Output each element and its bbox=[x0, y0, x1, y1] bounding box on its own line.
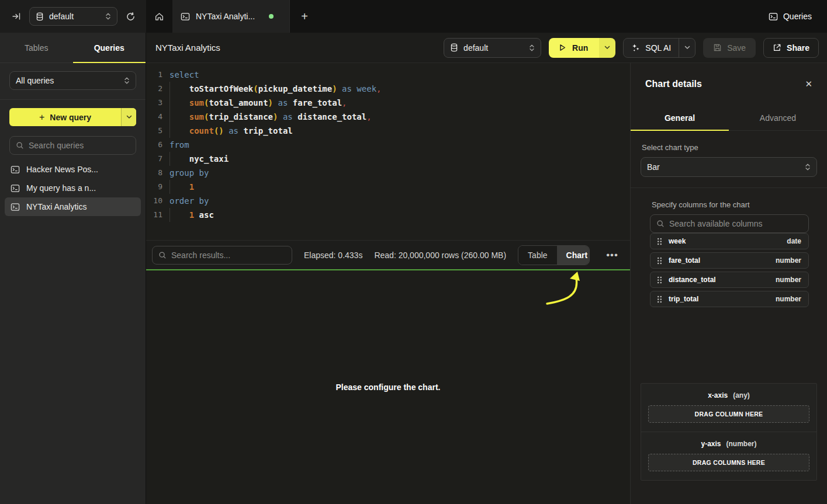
new-tab-button[interactable]: + bbox=[290, 0, 319, 33]
results-search-box[interactable] bbox=[152, 246, 292, 265]
run-database-selector[interactable]: default bbox=[444, 38, 541, 58]
column-name: trip_total bbox=[669, 295, 698, 303]
new-query-button[interactable]: + New query bbox=[9, 108, 136, 126]
tab-advanced[interactable]: Advanced bbox=[729, 105, 827, 130]
new-query-dropdown[interactable] bbox=[121, 108, 136, 126]
code-line[interactable]: 1select bbox=[146, 68, 630, 82]
sidebar-tab-tables[interactable]: Tables bbox=[0, 33, 73, 62]
line-code: sum(total_amount) as fare_total, bbox=[169, 96, 347, 110]
chart-type-value: Bar bbox=[647, 162, 660, 172]
results-search-input[interactable] bbox=[171, 251, 286, 260]
query-filter-select[interactable]: All queries bbox=[9, 71, 136, 90]
view-toggle-chart[interactable]: Chart bbox=[557, 246, 590, 265]
topbar-left: default bbox=[0, 0, 146, 33]
queries-button-label: Queries bbox=[783, 12, 812, 21]
axes-config-box: x-axis (any) DRAG COLUMN HERE y-axis (nu… bbox=[641, 383, 817, 481]
columns-section: Specify columns for the chart week bbox=[650, 188, 809, 310]
new-query-main[interactable]: + New query bbox=[9, 108, 121, 126]
query-list-item[interactable]: Hacker News Pos... bbox=[5, 160, 141, 179]
chart-details-header: Chart details ✕ bbox=[631, 63, 827, 105]
query-search-input[interactable] bbox=[29, 141, 130, 150]
query-search-box[interactable] bbox=[9, 136, 136, 155]
sql-token bbox=[337, 84, 342, 93]
tab-nytaxi-analytics[interactable]: NYTaxi Analyti... bbox=[173, 0, 290, 33]
code-line[interactable]: 9 1 bbox=[146, 180, 630, 194]
more-options-button[interactable]: ••• bbox=[601, 249, 623, 261]
main-header: NYTaxi Analytics default Run bbox=[146, 33, 827, 63]
close-icon[interactable]: ✕ bbox=[805, 79, 812, 89]
code-line[interactable]: 7 nyc_taxi bbox=[146, 152, 630, 166]
drag-handle-icon bbox=[657, 276, 662, 284]
sql-ai-dropdown[interactable] bbox=[679, 39, 695, 57]
line-number: 2 bbox=[146, 82, 162, 96]
save-button[interactable]: Save bbox=[703, 38, 756, 58]
run-button-label: Run bbox=[572, 43, 588, 53]
query-list-item[interactable]: My query has a n... bbox=[5, 179, 141, 197]
workarea: 1select2 toStartOfWeek(pickup_datetime) … bbox=[146, 63, 630, 504]
query-search-section bbox=[0, 127, 146, 160]
chart-type-select[interactable]: Bar bbox=[641, 157, 817, 177]
sidebar-tab-queries[interactable]: Queries bbox=[73, 33, 146, 62]
code-line[interactable]: 2 toStartOfWeek(pickup_datetime) as week… bbox=[146, 82, 630, 96]
column-pill[interactable]: trip_total number bbox=[650, 291, 809, 307]
line-number: 1 bbox=[146, 68, 162, 82]
home-button[interactable] bbox=[146, 0, 173, 33]
tab-general[interactable]: General bbox=[631, 105, 729, 130]
share-button[interactable]: Share bbox=[763, 38, 819, 58]
run-button[interactable]: Run bbox=[549, 38, 615, 58]
queries-button[interactable]: Queries bbox=[769, 12, 812, 21]
code-line[interactable]: 11 1 asc bbox=[146, 208, 630, 222]
tab-title: NYTaxi Analyti... bbox=[196, 12, 255, 21]
code-line[interactable]: 5 count() as trip_total bbox=[146, 124, 630, 138]
refresh-button[interactable] bbox=[126, 12, 136, 22]
code-line[interactable]: 6from bbox=[146, 138, 630, 152]
sql-console-app: default NYTaxi Analyti... + bbox=[0, 0, 827, 504]
code-line[interactable]: 4 sum(trip_distance) as distance_total, bbox=[146, 110, 630, 124]
sql-ai-main[interactable]: SQL AI bbox=[624, 39, 679, 57]
sql-token bbox=[169, 84, 189, 93]
plus-icon: + bbox=[39, 112, 44, 123]
sql-token: pickup_datetime bbox=[258, 84, 332, 93]
sql-editor[interactable]: 1select2 toStartOfWeek(pickup_datetime) … bbox=[146, 63, 630, 240]
sql-token: toStartOfWeek bbox=[189, 84, 254, 93]
line-number: 9 bbox=[146, 180, 162, 194]
sidebar: Tables Queries All queries + New query bbox=[0, 33, 146, 504]
sql-token: fare_total bbox=[293, 98, 342, 107]
indent-guide bbox=[169, 208, 170, 222]
results-toolbar: Elapsed: 0.433s Read: 20,000,000 rows (2… bbox=[146, 240, 630, 269]
tab-strip: NYTaxi Analyti... + bbox=[146, 0, 319, 33]
column-pill[interactable]: week date bbox=[650, 233, 809, 249]
run-dropdown[interactable] bbox=[599, 38, 615, 58]
x-axis-drop-zone[interactable]: DRAG COLUMN HERE bbox=[648, 405, 809, 423]
view-toggle-table[interactable]: Table bbox=[518, 246, 556, 265]
columns-search-box[interactable] bbox=[650, 214, 809, 233]
sql-token bbox=[169, 182, 189, 192]
main-content: 1select2 toStartOfWeek(pickup_datetime) … bbox=[146, 63, 827, 504]
sql-token bbox=[169, 126, 189, 135]
page-title: NYTaxi Analytics bbox=[155, 43, 220, 53]
code-line[interactable]: 8group by bbox=[146, 166, 630, 180]
sql-token: , bbox=[366, 112, 371, 121]
database-selector[interactable]: default bbox=[29, 7, 117, 26]
database-icon bbox=[450, 43, 458, 52]
sql-token: trip_total bbox=[243, 126, 292, 135]
sql-token bbox=[169, 98, 189, 107]
column-name: week bbox=[669, 237, 686, 245]
indent-guide bbox=[169, 152, 170, 166]
code-line[interactable]: 10order by bbox=[146, 194, 630, 208]
sql-token: sum bbox=[189, 112, 204, 121]
query-list-item-label: Hacker News Pos... bbox=[26, 165, 98, 174]
line-code: toStartOfWeek(pickup_datetime) as week, bbox=[169, 82, 382, 96]
column-pill[interactable]: distance_total number bbox=[650, 272, 809, 288]
run-button-main[interactable]: Run bbox=[549, 38, 599, 58]
sql-token: as bbox=[229, 126, 238, 135]
query-list-item-label: NYTaxi Analytics bbox=[26, 202, 86, 211]
columns-search-input[interactable] bbox=[669, 219, 802, 228]
column-pill[interactable]: fare_total number bbox=[650, 252, 809, 269]
sql-token: as bbox=[342, 84, 352, 93]
y-axis-drop-zone[interactable]: DRAG COLUMNS HERE bbox=[648, 454, 809, 471]
collapse-sidebar-button[interactable] bbox=[12, 12, 21, 21]
query-list-item[interactable]: NYTaxi Analytics bbox=[5, 197, 141, 216]
code-line[interactable]: 3 sum(total_amount) as fare_total, bbox=[146, 96, 630, 110]
sql-ai-button[interactable]: SQL AI bbox=[623, 38, 695, 58]
